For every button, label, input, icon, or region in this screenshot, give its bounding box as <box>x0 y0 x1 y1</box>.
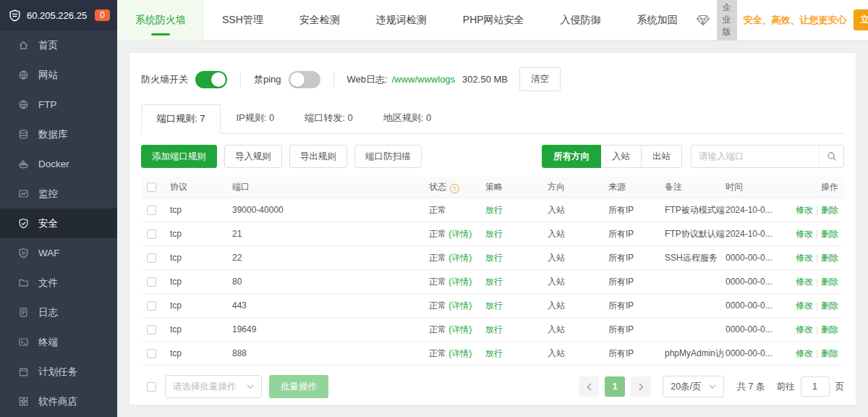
sidebar-item-label: 终端 <box>38 336 58 349</box>
delete-link[interactable]: 删除 <box>821 300 838 311</box>
row-checkbox[interactable] <box>147 325 156 334</box>
sidebar-item-logs[interactable]: 日志 <box>0 298 117 327</box>
tab-ssh-manage[interactable]: SSH管理 <box>204 0 281 40</box>
row-checkbox[interactable] <box>147 301 156 311</box>
tab-intrusion-defense[interactable]: 入侵防御 <box>542 0 619 40</box>
table-row: tcp 21 正常 (详情) 放行 入站 所有IP FTP协议默认端 2024-… <box>141 222 844 246</box>
tab-php-site-security[interactable]: PHP网站安全 <box>445 0 542 40</box>
port-search-input[interactable] <box>692 151 819 161</box>
cell-port: 80 <box>232 277 429 287</box>
try-now-button[interactable]: 立即体验 <box>854 9 868 30</box>
sidebar-header: 60.205.226.25 0 <box>0 0 117 30</box>
message-count-badge[interactable]: 0 <box>95 9 110 21</box>
shield-icon <box>18 248 30 259</box>
import-rules-button[interactable]: 导入规则 <box>224 145 282 168</box>
tab-banned-words[interactable]: 违规词检测 <box>358 0 445 40</box>
switch-row: 防火墙开关 禁ping Web日志: /www/wwwlogs 302.50 M… <box>141 63 844 101</box>
sidebar-item-waf[interactable]: WAF <box>0 238 117 268</box>
tab-port-rules[interactable]: 端口规则: 7 <box>141 104 221 134</box>
direction-out-button[interactable]: 出站 <box>641 145 682 168</box>
status-detail-link[interactable]: (详情) <box>448 253 472 263</box>
status-detail-link[interactable]: (详情) <box>448 277 472 287</box>
page-size-select[interactable]: 20条/页 <box>663 376 723 397</box>
sidebar-item-terminal[interactable]: 终端 <box>0 327 117 357</box>
sidebar-item-cron[interactable]: 计划任务 <box>0 357 117 387</box>
delete-link[interactable]: 删除 <box>821 229 838 239</box>
edit-link[interactable]: 修改 <box>796 300 813 311</box>
edit-link[interactable]: 修改 <box>796 229 813 239</box>
search-icon[interactable] <box>819 146 843 167</box>
globe-icon <box>18 99 30 111</box>
sidebar-item-files[interactable]: 文件 <box>0 268 117 298</box>
cell-policy: 放行 <box>485 276 548 288</box>
status-detail-link[interactable]: (详情) <box>448 324 472 334</box>
sidebar-item-appstore[interactable]: 软件商店 <box>0 387 117 416</box>
add-port-rule-button[interactable]: 添加端口规则 <box>141 145 217 168</box>
edit-link[interactable]: 修改 <box>796 205 813 215</box>
edit-link[interactable]: 修改 <box>796 348 813 358</box>
delete-link[interactable]: 删除 <box>821 277 838 287</box>
status-detail-link[interactable]: (详情) <box>448 348 472 358</box>
tab-system-harden[interactable]: 系统加固 <box>619 0 696 40</box>
delete-link[interactable]: 删除 <box>821 324 838 334</box>
delete-link[interactable]: 删除 <box>821 253 838 263</box>
tab-ip-rules[interactable]: IP规则: 0 <box>221 104 289 133</box>
cell-port: 21 <box>232 229 429 239</box>
status-detail-link[interactable]: (详情) <box>448 300 472 311</box>
status-help-icon[interactable]: ? <box>450 184 459 193</box>
delete-link[interactable]: 删除 <box>821 348 838 358</box>
row-checkbox[interactable] <box>147 206 156 215</box>
sidebar-item-ftp[interactable]: FTP <box>0 90 117 119</box>
tab-region-rules[interactable]: 地区规则: 0 <box>368 104 446 133</box>
log-document-icon <box>18 307 30 319</box>
goto-page-input[interactable] <box>801 376 830 397</box>
sidebar-item-label: 文件 <box>38 277 58 290</box>
ping-toggle[interactable] <box>289 71 320 88</box>
total-count: 共 7 条 <box>737 381 765 393</box>
select-all-checkbox[interactable] <box>147 182 156 192</box>
sidebar-item-security[interactable]: 安全 <box>0 208 117 238</box>
sidebar-item-docker[interactable]: Docker <box>0 149 117 179</box>
col-actions: 操作 <box>792 181 838 193</box>
row-checkbox[interactable] <box>147 253 156 263</box>
sidebar-item-monitor[interactable]: 监控 <box>0 179 117 208</box>
edit-link[interactable]: 修改 <box>796 277 813 287</box>
direction-in-button[interactable]: 入站 <box>600 145 642 168</box>
firewall-toggle[interactable] <box>195 71 227 88</box>
status-detail-link[interactable]: (详情) <box>448 229 472 239</box>
prev-page-button[interactable] <box>579 376 599 397</box>
row-checkbox[interactable] <box>147 277 156 287</box>
bulk-action-button[interactable]: 批量操作 <box>269 375 328 398</box>
table-row: tcp 80 正常 (详情) 放行 入站 所有IP 0000-00-0... 修… <box>141 270 844 294</box>
clear-log-button[interactable]: 清空 <box>519 67 561 91</box>
weblog-path-link[interactable]: /www/wwwlogs <box>392 74 455 85</box>
sidebar-item-database[interactable]: 数据库 <box>0 119 117 149</box>
folder-icon <box>18 277 30 289</box>
bulk-action-select[interactable]: 请选择批量操作 <box>165 375 262 398</box>
divider <box>333 72 334 87</box>
current-page-button[interactable]: 1 <box>605 376 625 397</box>
sidebar-item-website[interactable]: 网站 <box>0 60 117 90</box>
cell-status: 正常 (详情) <box>429 228 485 240</box>
tab-system-firewall[interactable]: 系统防火墙 <box>117 0 204 40</box>
tab-security-scan[interactable]: 安全检测 <box>281 0 358 40</box>
cell-note: FTP被动模式端 <box>665 204 726 216</box>
delete-link[interactable]: 删除 <box>821 205 838 215</box>
table-footer: 请选择批量操作 批量操作 1 20条/页 共 7 条 前往 <box>141 375 844 398</box>
export-rules-button[interactable]: 导出规则 <box>289 145 347 168</box>
goto-suffix: 页 <box>835 381 845 393</box>
row-checkbox[interactable] <box>147 349 156 358</box>
footer-select-all-checkbox[interactable] <box>147 382 156 392</box>
row-checkbox[interactable] <box>147 229 156 239</box>
port-scan-button[interactable]: 端口防扫描 <box>354 145 422 168</box>
shield-check-icon <box>18 218 30 229</box>
edit-link[interactable]: 修改 <box>796 324 813 334</box>
sidebar-item-home[interactable]: 首页 <box>0 30 117 60</box>
rule-tabs: 端口规则: 7 IP规则: 0 端口转发: 0 地区规则: 0 <box>141 104 844 134</box>
chevron-down-icon <box>709 384 716 389</box>
tab-port-forward[interactable]: 端口转发: 0 <box>289 104 367 133</box>
direction-all-button[interactable]: 所有方向 <box>542 145 601 168</box>
next-page-button[interactable] <box>631 376 651 397</box>
cell-time: 0000-00-0... <box>726 253 792 263</box>
edit-link[interactable]: 修改 <box>796 253 813 263</box>
